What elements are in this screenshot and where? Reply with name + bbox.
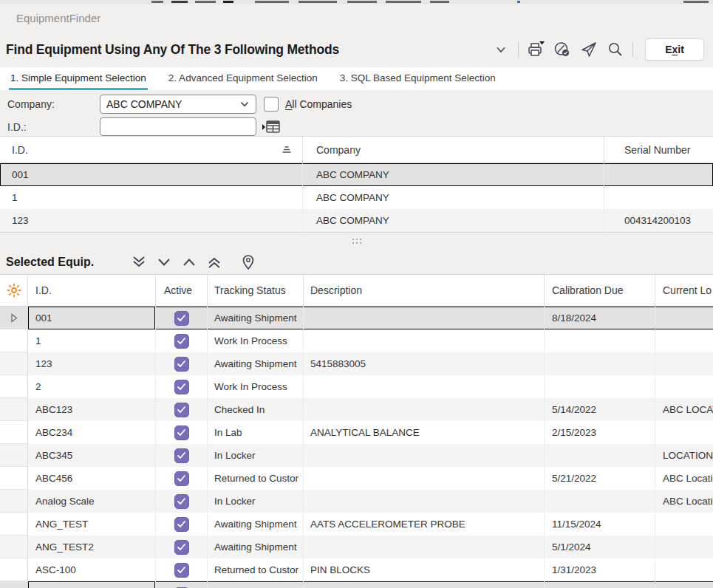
pane-splitter[interactable]	[0, 232, 713, 250]
table-row[interactable]: 1 ABC COMPANY	[0, 186, 713, 209]
table-row[interactable]: 001 Awaiting Shipment 8/18/2024	[0, 307, 713, 329]
column-header-id[interactable]: I.D.	[0, 137, 303, 163]
cell-description: PIN BLOCKS	[304, 558, 545, 581]
row-selector-cell[interactable]	[0, 375, 28, 398]
table-row[interactable]: 123 ABC COMPANY 004314200103	[0, 209, 713, 232]
row-selector-cell[interactable]	[0, 536, 28, 558]
checkbox-checked-icon[interactable]	[174, 425, 189, 440]
column-header-serial[interactable]: Serial Number	[604, 137, 713, 163]
printer-icon[interactable]	[526, 40, 545, 59]
row-selector-cell[interactable]	[0, 398, 28, 421]
page-title: Find Equipment Using Any Of The 3 Follow…	[6, 42, 491, 58]
cell-id: 123	[28, 352, 156, 375]
checkbox-checked-icon[interactable]	[174, 563, 189, 578]
double-chevron-up-icon[interactable]	[202, 253, 227, 272]
column-header-active[interactable]: Active	[156, 275, 208, 306]
send-icon[interactable]	[579, 40, 598, 59]
cell-calibration	[545, 444, 655, 467]
chevron-down-icon[interactable]	[491, 40, 511, 59]
column-header-id[interactable]: I.D.	[28, 275, 156, 306]
checkbox-checked-icon[interactable]	[174, 494, 189, 509]
chevron-down-icon[interactable]	[151, 253, 177, 272]
cell-calibration: 5/1/2024	[545, 536, 655, 558]
cell-serial	[604, 163, 713, 186]
table-row[interactable]: ABC456 Returned to Custor 5/21/2022 ABC …	[0, 467, 713, 490]
search-icon[interactable]	[606, 40, 625, 59]
chevron-down-icon	[239, 99, 250, 109]
results-table-header: I.D. Company Serial Number	[0, 137, 713, 163]
row-selector-cell[interactable]	[0, 421, 28, 444]
column-header-description[interactable]: Description	[304, 275, 545, 306]
exit-label: E	[665, 44, 672, 55]
section-title: Selected Equip.	[6, 256, 94, 269]
cell-current-location	[655, 307, 713, 329]
checkbox-checked-icon[interactable]	[174, 334, 189, 349]
column-header-company[interactable]: Company	[303, 137, 604, 163]
cell-current-location	[655, 329, 713, 352]
row-selector-cell[interactable]	[0, 490, 28, 513]
tab-simple-equipment-selection[interactable]: 1. Simple Equipment Selection	[9, 67, 148, 90]
location-pin-icon[interactable]	[236, 253, 261, 272]
cell-tracking: Returned to Custor	[208, 558, 304, 581]
grid-lookup-icon[interactable]	[262, 120, 281, 134]
column-header-tracking[interactable]: Tracking Status	[208, 275, 304, 306]
row-selector-cell[interactable]	[0, 467, 28, 490]
table-row[interactable]: ANG_TEST2 Awaiting Shipment 5/1/2024	[0, 536, 713, 558]
sun-icon[interactable]	[0, 275, 28, 306]
row-selector-cell[interactable]	[0, 444, 28, 467]
cell-current-location: LOCATION	[655, 444, 713, 467]
cell-active	[156, 536, 208, 558]
row-selector-cell[interactable]	[0, 352, 28, 375]
checkbox-checked-icon[interactable]	[174, 403, 189, 417]
row-pointer-icon[interactable]	[0, 307, 28, 329]
checkbox-checked-icon[interactable]	[174, 380, 189, 394]
all-companies-checkbox[interactable]	[264, 97, 279, 112]
cell-id: 1	[28, 329, 156, 352]
id-input[interactable]	[100, 117, 256, 136]
chevron-up-icon[interactable]	[177, 253, 202, 272]
checkbox-checked-icon[interactable]	[174, 540, 189, 555]
tab-advanced-equipment-selection[interactable]: 2. Advanced Equipment Selection	[167, 67, 319, 90]
cell-id: 001	[28, 307, 156, 329]
cell-serial: 004314200103	[604, 209, 713, 232]
top-edge-artifact	[0, 0, 713, 4]
cell-tracking: Awaiting Shipment	[208, 513, 304, 536]
table-row[interactable]: ASC-100 Returned to Custor PIN BLOCKS 1/…	[0, 558, 713, 581]
table-row[interactable]: Analog Scale In Locker ABC Locatio	[0, 490, 713, 513]
toolbar-separator	[632, 42, 633, 57]
row-selector-cell[interactable]	[0, 329, 28, 352]
column-header-current-location[interactable]: Current Lo	[655, 275, 713, 306]
checkbox-checked-icon[interactable]	[174, 311, 189, 326]
exit-label-post: it	[678, 44, 684, 55]
table-row[interactable]: 123 Awaiting Shipment 5415883005	[0, 352, 713, 375]
cell-id: ASC-100	[28, 558, 156, 581]
table-row[interactable]: 2 Work In Process	[0, 375, 713, 398]
table-row[interactable]: ANG_TEST Awaiting Shipment AATS ACCELERO…	[0, 513, 713, 536]
row-selector-cell[interactable]	[0, 581, 28, 588]
table-row[interactable]	[0, 581, 713, 588]
annotate-check-icon[interactable]	[553, 40, 572, 59]
results-table-body: 001 ABC COMPANY 1 ABC COMPANY 123 ABC CO…	[0, 163, 713, 232]
checkbox-checked-icon[interactable]	[174, 448, 189, 463]
checkbox-checked-icon[interactable]	[174, 471, 189, 486]
table-row[interactable]: 1 Work In Process	[0, 329, 713, 352]
exit-button[interactable]: Exit	[645, 38, 704, 61]
company-dropdown[interactable]: ABC COMPANY	[100, 95, 256, 114]
row-selector-cell[interactable]	[0, 558, 28, 581]
checkbox-checked-icon[interactable]	[174, 357, 189, 372]
tab-sql-equipment-selection[interactable]: 3. SQL Based Equipment Selection	[338, 67, 497, 90]
column-header-calibration[interactable]: Calibration Due	[545, 275, 655, 306]
cell-active	[156, 375, 208, 398]
cell-calibration	[545, 490, 655, 513]
table-row[interactable]: ABC234 In Lab ANALYTICAL BALANCE 2/15/20…	[0, 421, 713, 444]
table-row[interactable]: ABC123 Checked In 5/14/2022 ABC LOCAT	[0, 398, 713, 421]
double-chevron-down-icon[interactable]	[126, 253, 151, 272]
table-row[interactable]: 001 ABC COMPANY	[0, 163, 713, 186]
cell-active	[156, 421, 208, 444]
sort-icon	[282, 145, 292, 154]
table-row[interactable]: ABC345 In Locker LOCATION	[0, 444, 713, 467]
grip-dots-icon[interactable]	[352, 239, 361, 244]
row-selector-cell[interactable]	[0, 513, 28, 536]
cell-description	[304, 467, 545, 490]
checkbox-checked-icon[interactable]	[174, 517, 189, 532]
